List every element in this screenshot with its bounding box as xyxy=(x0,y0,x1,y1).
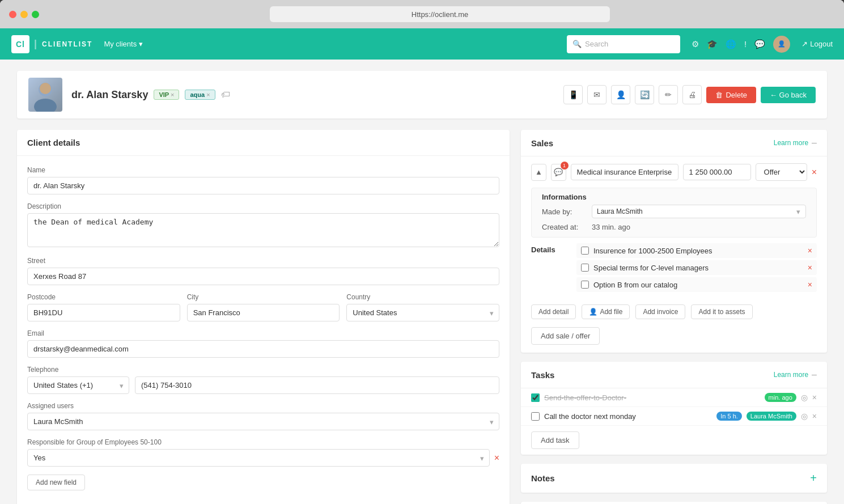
top-navigation: Cl | CLIENTLIST My clients ▾ 🔍 Search ⚙ … xyxy=(0,28,844,60)
logout-button[interactable]: ↗ Logout xyxy=(801,40,833,48)
print-action-btn[interactable]: 🖨 xyxy=(682,85,702,104)
sales-learn-more[interactable]: Learn more xyxy=(774,139,808,147)
client-details-title: Client details xyxy=(27,138,80,147)
detail-text-2: Option B from our catalog xyxy=(593,281,803,289)
add-to-assets-btn[interactable]: Add it to assets xyxy=(691,304,752,319)
traffic-light-yellow[interactable] xyxy=(20,11,28,18)
search-bar[interactable]: 🔍 Search xyxy=(567,35,680,53)
edit-action-btn[interactable]: ✏ xyxy=(659,85,678,104)
made-by-select[interactable]: Laura McSmith xyxy=(592,205,806,218)
description-input[interactable] xyxy=(27,213,499,247)
email-action-btn[interactable]: ✉ xyxy=(587,85,607,104)
add-file-btn[interactable]: 👤 Add file xyxy=(582,304,630,319)
badge-aqua-remove[interactable]: × xyxy=(206,91,210,98)
task-check-0[interactable] xyxy=(531,393,540,402)
trash-icon: 🗑 xyxy=(715,91,723,99)
detail-check-2[interactable] xyxy=(581,281,589,289)
sale-status-select[interactable]: Offer Won Lost xyxy=(756,163,807,181)
task-badge-time-0: min. ago xyxy=(765,393,796,402)
go-back-button[interactable]: ← Go back xyxy=(761,87,816,103)
sale-footer-actions: Add detail 👤 Add file Add invoice Add it… xyxy=(521,300,827,327)
country-label: Country xyxy=(346,293,499,301)
postcode-input[interactable] xyxy=(27,304,180,321)
detail-item-0: Insurence for 1000-2500 Employees × xyxy=(576,243,817,258)
add-invoice-btn[interactable]: Add invoice xyxy=(635,304,685,319)
tag-icon[interactable]: 🏷 xyxy=(221,90,230,100)
alert-icon[interactable]: ! xyxy=(744,39,747,49)
detail-delete-0[interactable]: × xyxy=(808,246,812,255)
task-delete-btn-0[interactable]: × xyxy=(812,393,817,402)
add-task-btn[interactable]: Add task xyxy=(531,431,579,449)
sale-informations: Informations Made by: Laura McSmith xyxy=(531,188,817,238)
detail-delete-2[interactable]: × xyxy=(808,280,812,289)
notes-add-btn[interactable]: + xyxy=(810,472,817,485)
sale-collapse-btn[interactable]: ▲ xyxy=(531,164,546,181)
task-delete-btn-1[interactable]: × xyxy=(812,412,817,421)
sale-details: Details Insurence for 1000-2500 Employee… xyxy=(521,243,827,300)
url-bar[interactable]: Https://oclient.me xyxy=(270,6,610,22)
file-icon: 👤 xyxy=(589,308,597,316)
task-view-btn-1[interactable]: ◎ xyxy=(801,412,808,421)
chat-icon[interactable]: 💬 xyxy=(754,39,765,49)
add-sale-offer-btn[interactable]: Add sale / offer xyxy=(531,327,600,345)
task-label-0: Send-the-offer-to-Doctor- xyxy=(544,393,760,402)
share-action-btn[interactable]: 🔄 xyxy=(635,85,654,104)
street-field-group: Street xyxy=(27,257,499,285)
street-label: Street xyxy=(27,257,499,265)
responsible-select[interactable]: Yes No xyxy=(27,449,490,467)
client-header: dr. Alan Starsky VIP × aqua × 🏷 📱 ✉ 👤 xyxy=(17,71,827,118)
sale-message-badge: 1 xyxy=(561,162,569,170)
logo-icon: Cl xyxy=(11,35,29,53)
delete-button[interactable]: 🗑 Delete xyxy=(706,87,756,103)
sales-card: Sales Learn more – ▲ 💬 1 xyxy=(521,130,827,353)
traffic-light-green[interactable] xyxy=(32,11,39,18)
graduation-icon[interactable]: 🎓 xyxy=(707,39,718,49)
phone-number-input[interactable] xyxy=(135,376,499,394)
add-new-field-button[interactable]: Add new field xyxy=(27,475,85,490)
task-item-0: Send-the-offer-to-Doctor- min. ago ◎ × xyxy=(521,388,827,407)
globe-icon[interactable]: 🌐 xyxy=(726,39,736,49)
add-detail-btn[interactable]: Add detail xyxy=(531,304,576,319)
traffic-light-red[interactable] xyxy=(9,11,16,18)
street-input[interactable] xyxy=(27,268,499,285)
detail-check-0[interactable] xyxy=(581,247,589,255)
sale-delete-btn[interactable]: × xyxy=(812,167,817,177)
responsible-label: Responsible for Group of Employees 50-10… xyxy=(27,438,499,446)
email-input[interactable] xyxy=(27,340,499,358)
country-field-group: Country United States xyxy=(346,293,499,321)
my-clients-menu[interactable]: My clients ▾ xyxy=(104,40,143,48)
task-badge-user-1: Laura McSmith xyxy=(747,412,796,421)
sales-collapse-btn[interactable]: – xyxy=(812,138,817,148)
task-item-1: Call the doctor next monday In 5 h. Laur… xyxy=(521,407,827,426)
task-check-1[interactable] xyxy=(531,412,540,421)
postcode-label: Postcode xyxy=(27,293,180,301)
client-name: dr. Alan Starsky xyxy=(71,89,148,101)
tasks-collapse-btn[interactable]: – xyxy=(812,370,817,380)
tasks-learn-more[interactable]: Learn more xyxy=(774,371,808,379)
sale-message-btn[interactable]: 💬 1 xyxy=(551,164,566,181)
settings-icon[interactable]: ⚙ xyxy=(692,39,699,49)
assigned-users-select[interactable]: Laura McSmith xyxy=(27,413,499,430)
responsible-delete-btn[interactable]: × xyxy=(494,453,499,463)
task-view-btn-0[interactable]: ◎ xyxy=(801,393,808,402)
responsible-field-group: Responsible for Group of Employees 50-10… xyxy=(27,438,499,467)
client-photo xyxy=(28,78,62,112)
sales-title: Sales xyxy=(531,138,553,148)
detail-delete-1[interactable]: × xyxy=(808,263,812,272)
svg-point-1 xyxy=(34,99,57,112)
client-actions: 📱 ✉ 👤 🔄 ✏ 🖨 🗑 Delete ← Go back xyxy=(563,85,816,104)
detail-item-2: Option B from our catalog × xyxy=(576,277,817,292)
city-input[interactable] xyxy=(187,304,340,321)
country-select[interactable]: United States xyxy=(346,304,499,321)
name-input[interactable] xyxy=(27,177,499,194)
name-label: Name xyxy=(27,166,499,174)
sale-amount-input[interactable] xyxy=(683,164,751,180)
detail-check-1[interactable] xyxy=(581,264,589,272)
user-action-btn[interactable]: 👤 xyxy=(611,85,630,104)
created-at-value: 33 min. ago xyxy=(592,223,630,231)
sale-name-input[interactable] xyxy=(571,164,678,180)
avatar[interactable]: 👤 xyxy=(773,36,790,53)
badge-vip-remove[interactable]: × xyxy=(171,91,174,98)
phone-country-select[interactable]: United States (+1) xyxy=(27,376,129,394)
mobile-action-btn[interactable]: 📱 xyxy=(563,85,583,104)
